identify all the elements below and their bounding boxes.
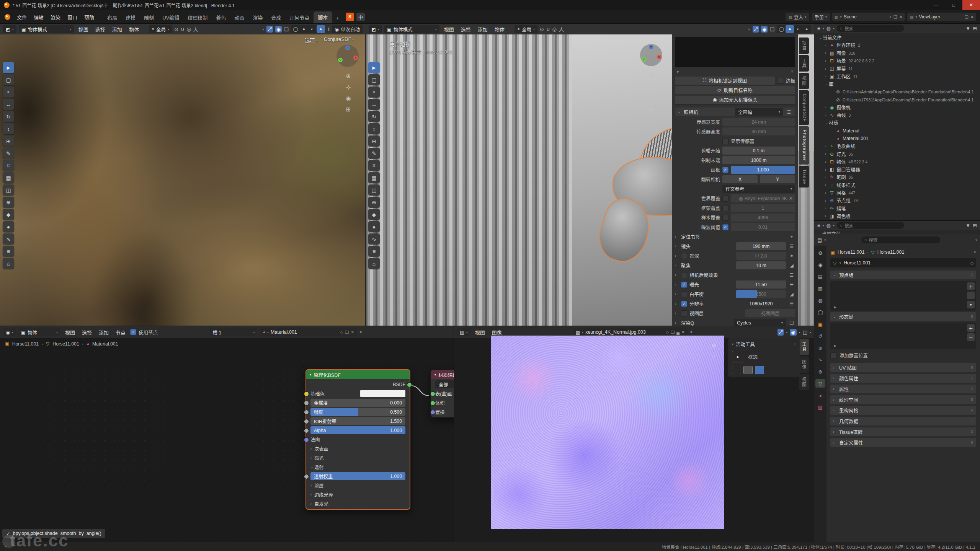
outliner-row[interactable]: ›◌线条样式 [816, 181, 978, 189]
properties-tab[interactable]: ∿ [815, 355, 825, 364]
chevron-right-icon[interactable]: › [310, 447, 314, 451]
value-field[interactable]: 1000 m [722, 156, 795, 164]
outliner-row[interactable]: ›⊡场景92 492 6 8 2 2 [816, 57, 978, 65]
open-folder-icon[interactable]: ▄ [676, 330, 679, 334]
tool-button-13[interactable]: ● [368, 221, 380, 232]
image-editor[interactable]: ▨▾视图图像▨▾xeuncgt_4K_Normal.jpg.003◇❏▄✕⌖⤢▾… [454, 326, 814, 542]
chevron-right-icon[interactable]: › [675, 273, 679, 277]
panel-checkbox[interactable] [681, 291, 687, 297]
expander-icon[interactable]: › [825, 160, 829, 164]
outliner-row[interactable]: ›▨图像316 [816, 49, 978, 57]
material-output-node[interactable]: ▾材质输出 全部 表(曲)面体积置换 [430, 369, 454, 418]
camera-preview[interactable] [675, 37, 795, 67]
outliner-row[interactable]: ›∿曲线3 [816, 111, 978, 119]
sidebar-tab-ConjureSDF[interactable]: ConjureSDF [799, 90, 809, 125]
collapsed-panel-row[interactable]: ›✓曝光11.50☰ [675, 280, 795, 289]
manual-button[interactable]: 手册▾ [812, 13, 830, 21]
tool-button-10[interactable]: ◫ [3, 184, 14, 196]
resize-handle[interactable]: ► [833, 305, 837, 309]
scene-selector[interactable]: ◍▾ Scene ⌖ ❏ ✕ [832, 13, 905, 21]
panel-checkbox[interactable] [681, 310, 687, 316]
value-slider[interactable]: 透射权重1.000 [310, 472, 405, 480]
tool-button-4[interactable]: ↻ [3, 111, 14, 122]
tool-button-12[interactable]: ◆ [3, 209, 14, 220]
panel-自定义属性[interactable]: ›自定义属性⠿ [830, 438, 976, 447]
copy-icon[interactable]: ❏ [788, 320, 795, 326]
outliner-search[interactable]: ○搜索 [837, 222, 904, 229]
select-subtract-icon[interactable] [755, 366, 764, 374]
node-row-边缘光泽[interactable]: ›边缘光泽 [310, 491, 405, 499]
filter-mode-icon[interactable]: ◍ [826, 26, 831, 31]
chevron-right-icon[interactable]: › [675, 321, 679, 325]
color-swatch[interactable] [360, 390, 405, 397]
node-row-透射[interactable]: ⌄透射 [310, 463, 405, 471]
add-workspace-button[interactable]: + [332, 13, 343, 24]
use-nodes-checkbox[interactable]: ✓ [130, 329, 136, 335]
properties-tab[interactable]: ◍ [815, 296, 825, 305]
eyedropper-icon[interactable]: ◢ [788, 263, 795, 268]
crumb-label[interactable]: Material.001 [92, 341, 118, 347]
chevron-down-icon[interactable]: ⌄ [310, 465, 314, 469]
properties-editor[interactable]: ▤▾ ○搜索 ▾ ⚙◉▤▥◍◯▣↺⊕∿⊜▽◕▨ ▣ Horse11.001 › … [814, 234, 980, 542]
pin-icon[interactable]: ⌖ [889, 15, 892, 20]
workspace-tab[interactable]: 布局 [103, 11, 121, 24]
pan-icon[interactable]: ⊹ [647, 83, 655, 90]
viewport-rendered[interactable]: ◩▾▣物体模式▾视图选择添加物体⌖全局▾⊙∪◎人◔⤢◉❏◯●◐◕‖◉单次自动 ►… [0, 24, 366, 326]
viewport-menu-物体[interactable]: 物体 [127, 26, 141, 33]
panel-value-field[interactable]: f / 2.8 [736, 252, 786, 260]
chevron-right-icon[interactable]: › [310, 456, 314, 460]
sidebar-tab-项目[interactable]: 项目 [799, 37, 809, 54]
panel-重构网格[interactable]: ›重构网格⠿ [830, 406, 976, 415]
tool-button-9[interactable]: ▦ [368, 172, 380, 183]
axis-z-handle[interactable]: Z [649, 45, 653, 49]
expander-icon[interactable]: › [825, 168, 829, 172]
vertex-groups-list[interactable]: ＋ － ▾ ► [830, 281, 976, 311]
outliner-row[interactable]: ›✎笔刷85 [816, 173, 978, 181]
options-chevron[interactable]: ▾ [975, 238, 977, 242]
properties-search[interactable]: ○搜索 [861, 236, 940, 243]
panel-几何数据[interactable]: ›几何数据⠿ [830, 417, 976, 425]
properties-tab[interactable]: ▽ [815, 379, 825, 388]
add-drone-camera-button[interactable]: ◉添加无人机摄像头 [675, 96, 795, 104]
workspace-tab[interactable]: 脚本 [314, 11, 332, 24]
chevron-right-icon[interactable]: › [310, 483, 314, 487]
chevron-right-icon[interactable]: › [675, 235, 679, 239]
sidebar-tab-Photographer[interactable]: Photographer [799, 126, 809, 165]
tool-button-3[interactable]: ↔ [3, 99, 14, 110]
pause-render-icon[interactable]: ‖ [328, 26, 330, 32]
viewport-menu-选择[interactable]: 选择 [93, 26, 108, 33]
sidebar-tab-Tissue[interactable]: Tissue [799, 166, 809, 187]
outliner-row[interactable]: ⌄库 [816, 80, 978, 88]
chevron-right-icon[interactable]: › [675, 292, 679, 296]
properties-tab[interactable]: ◯ [815, 308, 825, 316]
collapsed-panel-row[interactable]: ›景深f / 2.8✶ [675, 252, 795, 260]
expander-icon[interactable]: ⌄ [825, 82, 829, 86]
sidebar-tab-工具[interactable]: 工具 [799, 55, 809, 72]
input-socket[interactable] [430, 401, 435, 406]
gizmo-dropdown-icon[interactable]: ⤢ [777, 329, 784, 336]
expander-icon[interactable]: › [825, 152, 829, 156]
pin-icon[interactable]: ⌖ [359, 329, 362, 335]
node-row-糙度[interactable]: 糙度0.500 [310, 408, 405, 416]
value-slider[interactable]: 金属度0.000 [310, 399, 405, 407]
menu-渲染[interactable]: 渲染 [47, 13, 64, 21]
viewport-menu-添加[interactable]: 添加 [110, 26, 124, 33]
tool-button-7[interactable]: ✎ [3, 148, 14, 159]
chevron-right-icon[interactable]: › [310, 502, 314, 506]
overlays-dropdown-icon[interactable]: ◉ [790, 329, 796, 336]
tool-button-0[interactable]: ► [3, 62, 14, 73]
shape-keys-panel-header[interactable]: ⌄形态键⠿ [830, 312, 976, 321]
input-socket[interactable] [304, 428, 309, 433]
expander-icon[interactable]: ⌄ [825, 121, 829, 125]
tool-button-5[interactable]: ↕ [3, 123, 14, 134]
tool-button-1[interactable]: ▢ [3, 74, 14, 85]
value-field[interactable]: 36 mm [722, 127, 795, 135]
tool-button-7[interactable]: ✎ [368, 148, 380, 159]
box-select-tool-icon[interactable]: ► [732, 351, 744, 362]
display-channels-icon[interactable]: ◫ [803, 329, 807, 335]
axis-x-handle[interactable]: X [353, 55, 358, 60]
input-socket[interactable] [304, 419, 309, 424]
properties-tab[interactable]: ◉ [815, 261, 825, 269]
viewlayer-selector[interactable]: ▥▾ ViewLayer ❏ ✕ [907, 13, 976, 21]
normal-map-image[interactable] [491, 336, 724, 529]
